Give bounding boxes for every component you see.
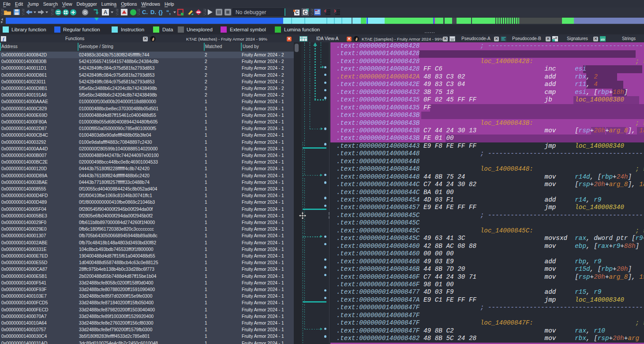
svg-text:C: C <box>303 10 307 15</box>
svg-text:C: C <box>295 10 298 15</box>
svg-text:str: str <box>600 37 605 41</box>
svg-text:A: A <box>104 9 108 15</box>
